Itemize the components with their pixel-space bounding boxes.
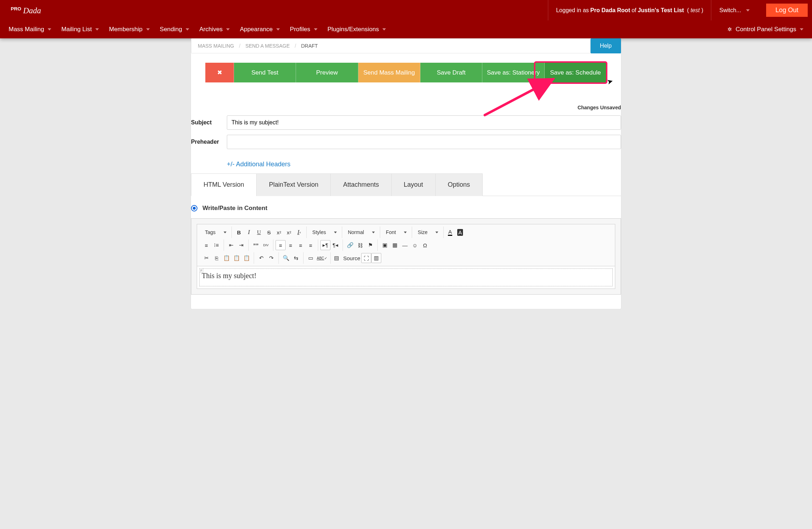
source-button[interactable]: ▤ Source [333,253,362,263]
maximize-button[interactable]: ⛶ [361,253,371,263]
numbered-list-button[interactable]: ≡ [201,240,211,250]
cut-button[interactable]: ✂ [201,253,211,263]
nav-sending[interactable]: Sending [155,20,194,38]
nav-profiles[interactable]: Profiles [285,20,323,38]
preview-button[interactable]: Preview [296,63,358,82]
indent-button[interactable]: ⇥ [236,240,246,250]
chevron-down-icon [435,232,438,233]
redo-button[interactable]: ↷ [266,253,276,263]
underline-button[interactable]: U [254,227,264,237]
tab-html-version[interactable]: HTML Version [191,173,257,196]
tags-dropdown[interactable]: Tags [201,227,229,237]
nav-appearance[interactable]: Appearance [235,20,285,38]
switch-dropdown[interactable]: Switch... [711,0,761,20]
undo-button[interactable]: ↶ [256,253,266,263]
find-button[interactable]: 🔍 [281,253,291,263]
copy-button[interactable]: ⎘ [211,253,221,263]
element-badge: P [199,268,203,273]
tab-layout[interactable]: Layout [391,173,436,196]
blocks-icon: ▥ [374,255,379,261]
paste-text-button[interactable]: 📋 [231,253,242,263]
subscript-button[interactable]: x2 [274,227,284,237]
font-dropdown[interactable]: Font [382,227,410,237]
breadcrumb: MASS MAILING / SEND A MESSAGE / DRAFT [191,38,591,53]
table-button[interactable]: ▦ [390,240,400,250]
blockquote-button[interactable]: ”” [251,240,261,250]
superscript-button[interactable]: x2 [284,227,294,237]
help-button[interactable]: Help [591,38,621,53]
ltr-icon: ▸¶ [323,242,328,248]
select-all-button[interactable]: ▭ [306,253,316,263]
rtl-button[interactable]: ¶◂ [330,240,340,250]
div-button[interactable]: DIV [261,240,271,250]
paste-word-button[interactable]: 📋 [242,253,252,263]
editor-toolbar: Tags B I U S x2 x2 Ix [197,224,615,266]
special-char-button[interactable]: Ω [420,240,430,250]
main-nav: Mass Mailing Mailing List Membership Sen… [0,20,812,38]
content-mode-radio[interactable]: Write/Paste in Content [191,205,621,212]
link-button[interactable]: 🔗 [345,240,355,250]
send-mass-mailing-button[interactable]: Send Mass Mailing [358,63,420,82]
save-status: Changes Unsaved [191,105,621,110]
svg-text:Dada: Dada [23,6,41,15]
breadcrumb-item[interactable]: SEND A MESSAGE [245,43,290,49]
save-stationery-button[interactable]: Save as: Stationery [482,63,544,82]
copy-icon: ⎘ [215,255,218,261]
align-justify-button[interactable]: ≡ [306,240,316,250]
nav-membership[interactable]: Membership [104,20,155,38]
logo[interactable]: PRO Dada [11,3,54,18]
styles-dropdown[interactable]: Styles [309,227,340,237]
tab-options[interactable]: Options [435,173,483,196]
additional-headers-toggle[interactable]: +/- Additional Headers [227,154,291,172]
link-icon: 🔗 [347,242,354,248]
hr-button[interactable]: — [400,240,410,250]
bg-color-button[interactable]: A [456,227,466,237]
editor-content-area[interactable]: P This is my subject! [199,268,613,286]
bold-button[interactable]: B [234,227,244,237]
subject-input[interactable] [227,115,621,130]
nav-mailing-list[interactable]: Mailing List [56,20,104,38]
nav-archives[interactable]: Archives [194,20,235,38]
text-color-button[interactable]: A [446,227,456,237]
align-left-button[interactable]: ≡ [276,240,286,250]
logout-button[interactable]: Log Out [766,4,808,17]
paste-button[interactable]: 📋 [221,253,231,263]
align-left-icon: ≡ [279,242,282,248]
align-right-button[interactable]: ≡ [296,240,306,250]
chevron-down-icon [746,9,750,11]
close-button[interactable]: ✖ [205,63,234,82]
bullet-list-button[interactable]: ⁝≡ [211,240,221,250]
image-button[interactable]: ▣ [380,240,390,250]
nav-plugins[interactable]: Plugins/Extensions [323,20,391,38]
chevron-down-icon [224,232,226,233]
italic-button[interactable]: I [244,227,254,237]
anchor-button[interactable]: ⚑ [365,240,375,250]
unlink-button[interactable]: ⛓ [355,240,365,250]
remove-format-button[interactable]: Ix [294,227,304,237]
radio-icon [191,205,197,211]
preheader-input[interactable] [227,135,621,149]
search-icon: 🔍 [283,255,290,261]
breadcrumb-item[interactable]: MASS MAILING [198,43,234,49]
align-center-button[interactable]: ≡ [286,240,296,250]
undo-icon: ↶ [259,255,264,261]
tab-attachments[interactable]: Attachments [330,173,391,196]
ltr-button[interactable]: ▸¶ [320,240,330,250]
chevron-down-icon [372,232,375,233]
outdent-button[interactable]: ⇤ [226,240,236,250]
save-schedule-button[interactable]: Save as: Schedule [545,63,607,82]
show-blocks-button[interactable]: ▥ [371,253,381,263]
top-bar: PRO Dada Logged in as Pro Dada Root of J… [0,0,812,38]
format-dropdown[interactable]: Normal [344,227,378,237]
tab-plaintext-version[interactable]: PlainText Version [256,173,331,196]
replace-button[interactable]: ⇆ [291,253,301,263]
nav-mass-mailing[interactable]: Mass Mailing [4,20,56,38]
strike-button[interactable]: S [264,227,274,237]
save-draft-button[interactable]: Save Draft [420,63,482,82]
outdent-icon: ⇤ [229,242,234,248]
smiley-button[interactable]: ☺ [410,240,420,250]
size-dropdown[interactable]: Size [414,227,441,237]
nav-control-panel[interactable]: ✲ Control Panel Settings [722,20,808,38]
send-test-button[interactable]: Send Test [234,63,296,82]
spellcheck-button[interactable]: ABC✓ [316,253,328,263]
